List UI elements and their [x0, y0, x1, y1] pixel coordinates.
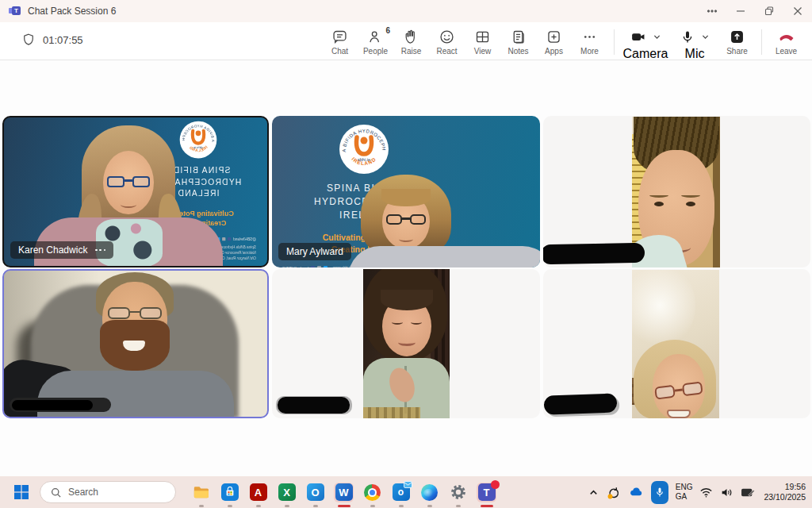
person-glasses: [108, 307, 162, 320]
start-button[interactable]: [11, 483, 31, 502]
mic-chevron-icon[interactable]: [701, 33, 710, 41]
meeting-timer: 01:07:55: [21, 33, 83, 47]
redacted-name-label: [543, 243, 645, 264]
taskbar-outlook[interactable]: O: [305, 483, 325, 502]
chat-button[interactable]: Chat: [322, 25, 358, 56]
person-torso: [348, 246, 540, 267]
video-tile-participant-5[interactable]: [272, 269, 540, 418]
outlook-new-icon: o: [393, 483, 410, 501]
camera-button[interactable]: Camera: [621, 25, 670, 61]
people-icon: [367, 29, 384, 45]
notification-badge: [491, 480, 500, 489]
chat-icon: [331, 29, 348, 45]
tray-mic-in-use-icon[interactable]: [651, 481, 668, 504]
person-glasses: [107, 176, 150, 188]
video-tile-mary-aylward[interactable]: SPINA BIFIDA HYDROCEPHALUS IRELAND sbhi.…: [272, 116, 540, 267]
video-tile-participant-6[interactable]: [543, 269, 810, 418]
camera-chevron-icon[interactable]: [653, 33, 661, 41]
tray-chevron-up-icon[interactable]: [588, 487, 599, 498]
video-tile-participant-3[interactable]: [543, 116, 810, 267]
svg-text:sbhi.ie: sbhi.ie: [358, 157, 370, 162]
taskbar-file-explorer[interactable]: [191, 483, 211, 502]
minimize-button[interactable]: [726, 0, 755, 22]
react-button[interactable]: React: [429, 25, 465, 56]
person-brow: [649, 193, 668, 198]
background-light: [632, 270, 695, 349]
taskbar-search[interactable]: Search: [40, 481, 176, 503]
wifi-icon[interactable]: [699, 487, 713, 498]
mic-button[interactable]: Mic: [670, 25, 719, 61]
outlook-icon: O: [307, 483, 324, 501]
person-brow: [681, 193, 700, 198]
tray-clock[interactable]: 19:56 23/10/2025: [764, 482, 806, 502]
redacted-name-label: [544, 393, 618, 414]
share-button[interactable]: Share: [719, 25, 755, 56]
toolbar-divider: [761, 29, 762, 55]
pen-display-icon[interactable]: [741, 487, 755, 498]
teams-logo-icon: T: [9, 6, 21, 17]
taskbar-chrome[interactable]: [362, 483, 382, 502]
person-eye: [411, 320, 422, 325]
participant-more-icon[interactable]: [95, 249, 105, 252]
leave-button[interactable]: Leave: [768, 25, 804, 56]
taskbar-settings[interactable]: [448, 483, 468, 502]
onedrive-cloud-icon[interactable]: [628, 484, 644, 500]
person-eye: [654, 202, 664, 206]
raise-hand-icon: [403, 29, 419, 45]
windows-logo-icon: [13, 484, 29, 500]
notes-button[interactable]: Notes: [500, 25, 536, 56]
taskbar-acrobat[interactable]: A: [248, 483, 268, 502]
apps-button[interactable]: Apps: [536, 25, 572, 56]
mic-icon: [680, 29, 695, 45]
raise-hand-button[interactable]: Raise: [393, 25, 429, 56]
taskbar-microsoft-store[interactable]: [220, 483, 239, 502]
more-button[interactable]: More: [572, 25, 607, 56]
file-explorer-icon: [193, 483, 210, 501]
video-tile-karen-chadwick[interactable]: SPINA BIFIDA HYDROCEPHALUS IRELAND sbhi.…: [2, 116, 269, 267]
video-tile-participant-4-active-speaker[interactable]: [2, 269, 269, 418]
taskbar-excel[interactable]: X: [277, 483, 297, 502]
more-icon: [581, 29, 598, 45]
person-smile: [667, 410, 691, 418]
taskbar-word-active[interactable]: W: [334, 483, 354, 502]
portrait-video: [632, 117, 720, 267]
person-hair: [381, 290, 433, 310]
blanket: [363, 407, 420, 418]
edge-icon: [421, 484, 438, 501]
redacted-name-label: [278, 397, 350, 414]
settings-gear-icon: [450, 483, 467, 501]
person-smile: [399, 237, 413, 242]
redacted-name-label: [10, 398, 111, 412]
participant-name-label: Mary Aylward: [278, 243, 351, 260]
person-hair: [381, 189, 431, 206]
volume-icon[interactable]: [720, 487, 733, 498]
apps-icon: [546, 29, 562, 45]
taskbar-teams-active[interactable]: T: [477, 483, 496, 502]
restore-button[interactable]: [755, 0, 783, 22]
titlebar-more-icon[interactable]: [698, 0, 726, 22]
react-icon: [439, 29, 455, 45]
notes-icon: [510, 29, 527, 45]
teams-meeting-window: T Chat Pack Session 6 01:07:55: [0, 0, 812, 508]
camera-icon: [630, 29, 647, 45]
meeting-toolbar: 01:07:55 Chat 6 People Raise React: [0, 22, 812, 60]
search-icon: [50, 487, 62, 498]
word-icon: W: [335, 483, 353, 501]
window-title: Chat Pack Session 6: [28, 6, 116, 17]
tray-sync-icon[interactable]: [606, 485, 621, 500]
taskbar-edge[interactable]: [419, 483, 439, 502]
close-button[interactable]: [783, 0, 812, 22]
teams-icon: T: [478, 483, 496, 501]
people-count: 6: [385, 26, 390, 35]
windows-taskbar: Search A X O: [0, 476, 812, 508]
leave-icon: [778, 29, 795, 45]
taskbar-outlook-new[interactable]: o: [391, 483, 411, 502]
person-smile: [121, 202, 136, 208]
view-icon: [474, 29, 491, 45]
chrome-icon: [364, 484, 381, 501]
people-button[interactable]: 6 People: [358, 25, 393, 56]
language-indicator[interactable]: ENG GA: [676, 483, 693, 502]
view-button[interactable]: View: [465, 25, 500, 56]
person-eye: [686, 202, 695, 206]
shield-icon: [21, 33, 36, 47]
